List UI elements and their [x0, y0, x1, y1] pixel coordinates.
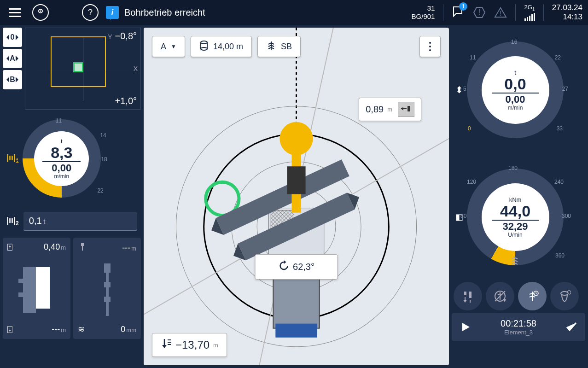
play-button[interactable] [455, 317, 476, 337]
svg-marker-56 [463, 300, 467, 303]
auger-icon [509, 255, 520, 268]
svg-rect-10 [81, 243, 84, 246]
text-icon: A [161, 42, 166, 52]
tool-icon [78, 242, 87, 254]
svg-rect-54 [469, 292, 472, 298]
svg-marker-46 [401, 107, 403, 111]
depth-readout[interactable]: −13,70m [152, 333, 227, 357]
user-icon[interactable] [32, 4, 49, 21]
mode-btn-2[interactable] [486, 282, 514, 310]
svg-rect-44 [408, 106, 410, 111]
height-icon [199, 40, 209, 53]
svg-marker-61 [503, 299, 506, 302]
svg-marker-66 [462, 323, 470, 331]
warning-triangle-icon: ! [494, 6, 507, 19]
svg-point-1 [40, 11, 41, 12]
mode-btn-3[interactable] [518, 282, 547, 310]
status-text: Bohrbetrieb erreicht [124, 7, 205, 18]
distance-icon [398, 102, 414, 117]
torque-gauge: kNm 44,0 32,29 U/min 0 60 120 180 240 30… [467, 169, 564, 265]
torque-gauge-panel: ◧ kNm 44,0 32,29 U/min 0 60 120 180 240 [452, 155, 585, 279]
svg-point-38 [201, 41, 207, 44]
winch2-label: |ıı|2 [6, 216, 19, 227]
svg-rect-12 [104, 263, 111, 273]
rotation-readout[interactable]: 62,3° [255, 254, 338, 280]
timeline-bar: 00:21:58 Element_3 [452, 313, 585, 341]
svg-rect-11 [82, 246, 83, 251]
winch2-panel: |ıı|2 0,1t [3, 207, 141, 235]
svg-rect-17 [106, 302, 109, 316]
mode-btn-1[interactable] [454, 282, 482, 310]
svg-text:!: ! [478, 8, 480, 16]
svg-rect-53 [464, 292, 466, 295]
more-menu-button[interactable] [419, 36, 441, 57]
svg-rect-8 [18, 279, 24, 283]
zero-button[interactable]: 0 [3, 28, 22, 47]
svg-rect-7 [36, 267, 50, 309]
svg-rect-6 [23, 267, 36, 313]
svg-rect-9 [18, 292, 24, 297]
updown-icon: ⬍ [455, 84, 463, 95]
rig-view[interactable]: A ▼ 14,00 m SB 0,89m [144, 28, 449, 365]
mode-sb-button[interactable]: SB [257, 36, 301, 57]
arrow-up-icon: ⍐ [7, 242, 12, 252]
svg-point-41 [201, 47, 207, 50]
datetime: 27.03.24 14:13 [552, 3, 582, 22]
distance-readout[interactable]: 0,89m [359, 98, 421, 121]
depth-panel-1: ⍐ 0,40m ⍗ ---m [3, 238, 70, 339]
text-mode-button[interactable]: A ▼ [152, 36, 185, 57]
load-gauge: t 0,0 0,00 m/min 0 5 11 16 22 27 33 [467, 41, 564, 138]
help-button[interactable]: ? [82, 4, 99, 21]
svg-rect-37 [287, 166, 305, 194]
depth-down-icon [161, 338, 172, 352]
info-icon: i [106, 6, 119, 19]
depth-panel-2: ---m ≋ 0mm [73, 238, 141, 339]
svg-rect-15 [106, 287, 109, 297]
inclination-panel: 0 A B X Y−0,8° +1,0° [3, 28, 141, 110]
winch1-gauge: t 8,3 0,00 m/min 11 7 3 0 14 18 22 [23, 119, 101, 198]
ref-b-button[interactable]: B [3, 70, 22, 89]
svg-point-36 [279, 122, 313, 155]
spring-icon: ≋ [78, 324, 85, 334]
machine-id: 31 BG/901 [412, 4, 435, 21]
notification-button[interactable]: 1 [452, 5, 465, 20]
svg-rect-16 [104, 297, 111, 302]
mode-buttons [452, 282, 585, 310]
y-angle-value: Y−0,8° [108, 31, 137, 41]
load-gauge-panel: ⬍ t 0,0 0,00 m/min 0 5 11 16 22 27 [452, 28, 585, 152]
x-angle-value: +1,0° [115, 96, 137, 106]
time-info: 00:21:58 Element_3 [481, 318, 556, 336]
menu-button[interactable] [6, 5, 25, 21]
svg-marker-49 [162, 345, 167, 348]
svg-text:!: ! [500, 10, 501, 17]
svg-rect-13 [106, 273, 109, 282]
top-bar: ? i Bohrbetrieb erreicht 31 BG/901 1 ! !… [0, 0, 588, 25]
rotate-icon [278, 260, 289, 274]
confirm-button[interactable] [561, 317, 582, 337]
status-message: i Bohrbetrieb erreicht [106, 6, 404, 19]
svg-marker-47 [284, 260, 286, 264]
winch-gauge-panel: |ıı|1 t 8,3 0,00 m/min 11 7 3 0 14 18 [3, 112, 141, 204]
warning-hex-icon: ! [473, 6, 486, 19]
ref-a-button[interactable]: A [3, 49, 22, 68]
svg-rect-26 [273, 277, 319, 328]
winch2-value[interactable]: 0,1t [23, 212, 137, 231]
drill-icon [266, 41, 276, 53]
svg-rect-14 [104, 282, 111, 287]
arrow-down-icon: ⍗ [7, 325, 12, 334]
mode-btn-4[interactable] [550, 282, 579, 310]
signal-indicator: 2G1 [524, 4, 535, 21]
xy-graph[interactable]: X Y−0,8° +1,0° [25, 28, 141, 110]
svg-rect-27 [275, 324, 317, 338]
height-button[interactable]: 14,00 m [191, 36, 252, 57]
